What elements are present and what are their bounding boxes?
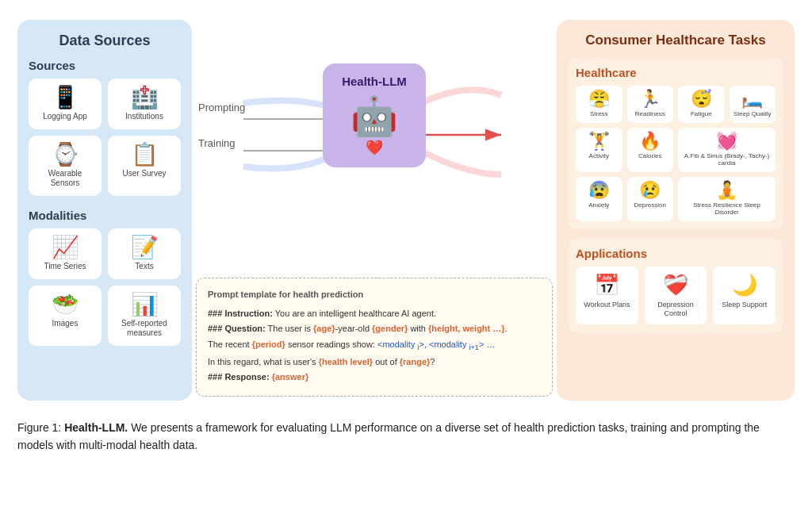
stress-resilience-icon: 🧘 — [716, 182, 737, 199]
prompting-label: Prompting — [198, 102, 245, 113]
readiness-icon: 🏃 — [639, 90, 661, 108]
health-sleep-quality: 🛏️ Sleep Quality — [730, 86, 776, 123]
modalities-icon-grid: 📈 Time Series 📝 Texts 🥗 Images 📊 Self-re… — [29, 228, 181, 346]
llm-box: Health-LLM 🤖 ❤️ — [323, 63, 426, 167]
readiness-label: Readiness — [635, 110, 665, 118]
sleep-quality-label: Sleep Quality — [733, 110, 772, 118]
prompt-line-2: ### Question: The user is {age}-year-old… — [208, 322, 541, 336]
stress-resilience-label: Stress Resilience Sleep Disorder — [681, 201, 772, 217]
institutions-icon: 🏥 — [131, 86, 159, 109]
healthcare-section: Healthcare 😤 Stress 🏃 Readiness 😴 Fatigu… — [568, 58, 783, 229]
wearable-icon: ⌚ — [52, 144, 79, 166]
llm-title: Health-LLM — [339, 75, 410, 88]
calories-icon: 🔥 — [639, 132, 661, 150]
workout-plans-icon: 📅 — [594, 273, 619, 297]
survey-label: User Survey — [122, 169, 166, 178]
health-stress-resilience: 🧘 Stress Resilience Sleep Disorder — [678, 177, 776, 221]
depression-control-label: Depression Control — [648, 301, 704, 318]
health-anxiety: 😰 Anxiety — [576, 177, 622, 221]
logging-app-icon: 📱 — [52, 86, 79, 109]
center-area: Prompting Training Adaptation Health-LLM… — [192, 16, 557, 405]
app-depression-control: ❤️‍🩹 Depression Control — [645, 267, 707, 324]
health-readiness: 🏃 Readiness — [627, 86, 674, 123]
sources-section-title: Sources — [29, 59, 181, 72]
figure-caption: Figure 1: Health-LLM. We presents a fram… — [17, 419, 795, 455]
timeseries-label: Time Series — [44, 262, 86, 271]
anxiety-icon: 😰 — [588, 182, 610, 199]
logging-app-label: Logging App — [43, 112, 87, 121]
images-icon: 🥗 — [52, 293, 79, 316]
prompt-line-4: In this regard, what is user's {health l… — [208, 355, 541, 370]
health-stress: 😤 Stress — [576, 86, 622, 123]
app-sleep-support: 🌙 Sleep Support — [713, 267, 776, 324]
modalities-section-title: Modalities — [29, 209, 181, 222]
source-institutions: 🏥 Institutions — [108, 79, 181, 129]
self-reported-label: Self-reported measures — [113, 319, 176, 338]
institutions-label: Institutions — [125, 112, 163, 121]
workout-plans-label: Workout Plans — [584, 301, 630, 309]
modality-texts: 📝 Texts — [108, 228, 181, 279]
modality-self-reported: 📊 Self-reported measures — [108, 286, 181, 346]
modality-images: 🥗 Images — [29, 286, 102, 346]
fatigue-icon: 😴 — [691, 90, 712, 108]
healthcare-icon-grid: 😤 Stress 🏃 Readiness 😴 Fatigue 🛏️ Sleep … — [576, 86, 776, 221]
sleep-quality-icon: 🛏️ — [741, 90, 763, 108]
stress-label: Stress — [590, 110, 608, 118]
healthcare-section-title: Healthcare — [576, 66, 776, 79]
sources-icon-grid: 📱 Logging App 🏥 Institutions ⌚ Wearable … — [29, 79, 181, 196]
sleep-support-label: Sleep Support — [722, 301, 767, 309]
anxiety-label: Anxiety — [588, 201, 609, 209]
source-survey: 📋 User Survey — [108, 136, 181, 196]
app-icon-grid: 📅 Workout Plans ❤️‍🩹 Depression Control … — [576, 267, 776, 324]
prompt-line-3: The recent {period} sensor readings show… — [208, 338, 541, 354]
health-fatigue: 😴 Fatigue — [678, 86, 725, 123]
app-workout-plans: 📅 Workout Plans — [576, 267, 638, 324]
prompt-template-title: Prompt template for health prediction — [208, 288, 541, 302]
caption-prefix: Figure 1: — [17, 421, 64, 434]
prompt-line-5: ### Response: {answer} — [208, 370, 541, 385]
health-activity: 🏋️ Activity — [576, 128, 622, 172]
depression-icon: 😢 — [639, 182, 661, 199]
data-sources-panel: Data Sources Sources 📱 Logging App 🏥 Ins… — [17, 20, 192, 401]
afib-icon: 💓 — [716, 132, 737, 150]
health-afib: 💓 A.Fib & Sinus (Brady-, Tachy-) cardia — [678, 128, 776, 172]
fatigue-label: Fatigue — [691, 110, 712, 118]
activity-icon: 🏋️ — [588, 132, 610, 150]
data-sources-title: Data Sources — [29, 33, 181, 49]
source-wearable: ⌚ Wearable Sensors — [29, 136, 102, 196]
main-diagram: Data Sources Sources 📱 Logging App 🏥 Ins… — [17, 16, 795, 405]
texts-label: Texts — [135, 262, 153, 271]
modality-timeseries: 📈 Time Series — [29, 228, 102, 279]
prompt-template-box: Prompt template for health prediction ##… — [196, 278, 553, 397]
training-label: Training — [198, 137, 235, 149]
afib-label: A.Fib & Sinus (Brady-, Tachy-) cardia — [681, 152, 772, 167]
caption-bold: Health-LLM. — [64, 421, 128, 434]
calories-label: Calories — [638, 152, 661, 160]
wearable-label: Wearable Sensors — [33, 169, 97, 188]
health-calories: 🔥 Calories — [627, 128, 674, 172]
texts-icon: 📝 — [131, 236, 159, 259]
timeseries-icon: 📈 — [52, 236, 79, 259]
applications-section: Applications 📅 Workout Plans ❤️‍🩹 Depres… — [568, 239, 783, 332]
depression-label: Depression — [634, 201, 666, 209]
robot-icon: 🤖 — [339, 94, 410, 139]
sleep-support-icon: 🌙 — [732, 273, 757, 297]
applications-section-title: Applications — [576, 247, 776, 260]
consumer-healthcare-title: Consumer Healthcare Tasks — [568, 33, 783, 48]
survey-icon: 📋 — [131, 144, 159, 166]
health-depression: 😢 Depression — [627, 177, 674, 221]
activity-label: Activity — [589, 152, 609, 160]
prompt-line-1: ### Instruction: You are an intelligent … — [208, 307, 541, 321]
self-reported-icon: 📊 — [131, 293, 159, 316]
consumer-healthcare-panel: Consumer Healthcare Tasks Healthcare 😤 S… — [557, 20, 795, 401]
stress-icon: 😤 — [588, 90, 610, 108]
source-logging-app: 📱 Logging App — [29, 79, 102, 129]
depression-control-icon: ❤️‍🩹 — [663, 273, 688, 297]
caption-text: We presents a framework for evaluating L… — [17, 421, 760, 451]
images-label: Images — [52, 319, 79, 328]
